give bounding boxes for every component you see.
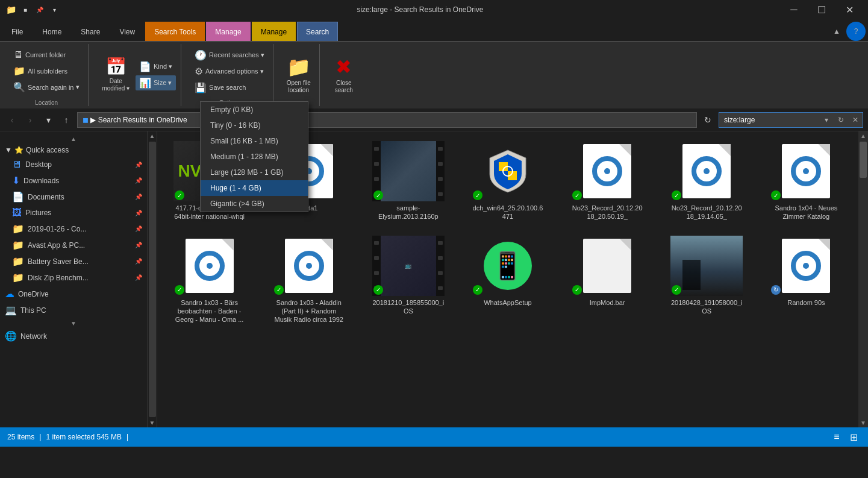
file-item-video-20181210[interactable]: 📺 ✓ 20181210_185855000_iOS bbox=[361, 231, 455, 329]
tab-search-tools[interactable]: Search Tools bbox=[145, 22, 205, 41]
size-label: Size ▾ bbox=[154, 79, 172, 87]
date-modified-btn[interactable]: 📅 Datemodified ▾ bbox=[98, 54, 133, 95]
status-end-sep: | bbox=[126, 433, 128, 441]
minimize-button[interactable]: ─ bbox=[780, 0, 808, 19]
search-refresh-btn[interactable]: ↻ bbox=[834, 113, 848, 127]
open-file-location-btn[interactable]: 📁 Open filelocation bbox=[283, 53, 314, 96]
search-box-container: ▾ ↻ ✕ bbox=[719, 112, 863, 128]
main-scroll-thumb[interactable] bbox=[860, 142, 867, 178]
forward-btn[interactable]: › bbox=[23, 113, 37, 127]
list-view-btn[interactable]: ≡ bbox=[829, 430, 844, 444]
file-item-whatsapp[interactable]: 📱 ✓ WhatsAppSetup bbox=[460, 231, 555, 329]
options-buttons: 🕐 Recent searches ▾ ⚙ Advanced options ▾… bbox=[191, 48, 268, 95]
file-item-photo-20180428[interactable]: ✓ 20180428_191058000_iOS bbox=[660, 231, 754, 329]
save-search-btn[interactable]: 💾 Save search bbox=[191, 80, 268, 95]
sidebar-item-folder2[interactable]: 📁 Avast App & PC... 📌 bbox=[0, 237, 147, 253]
advanced-options-btn[interactable]: ⚙ Advanced options ▾ bbox=[191, 64, 268, 79]
main-scroll-down[interactable]: ▼ bbox=[858, 418, 868, 427]
size-option-empty[interactable]: Empty (0 KB) bbox=[201, 102, 308, 118]
maximize-button[interactable]: ☐ bbox=[808, 0, 835, 19]
sidebar-scrollbar-up[interactable]: ▲ bbox=[148, 131, 157, 140]
file-item-sandro-1x03-aladdin[interactable]: ✓ Sandro 1x03 - Aladdin (Part II) + Rand… bbox=[261, 231, 356, 329]
close-search-btn[interactable]: ✖ Closesearch bbox=[329, 53, 358, 96]
downloads-label: Downloads bbox=[23, 177, 59, 185]
size-option-tiny[interactable]: Tiny (0 - 16 KB) bbox=[201, 118, 308, 133]
up-btn[interactable]: ↑ bbox=[59, 113, 73, 127]
sandro-1x03-aladdin-badge: ✓ bbox=[274, 285, 284, 295]
file-item-no23-2[interactable]: ✓ No23_Record_20.12.2018_19.14.05_ bbox=[660, 136, 754, 226]
refresh-btn[interactable]: ↻ bbox=[701, 113, 715, 127]
help-btn[interactable]: ? bbox=[846, 22, 866, 41]
kind-btn[interactable]: 📄 Kind ▾ bbox=[136, 59, 176, 74]
sandro-1x04-doc bbox=[782, 144, 830, 198]
tab-manage-pink[interactable]: Manage bbox=[206, 22, 250, 41]
ribbon-group-file-location: 📁 Open filelocation bbox=[278, 44, 320, 106]
sidebar-item-onedrive[interactable]: ☁ OneDrive bbox=[0, 286, 147, 302]
sidebar-quick-access-header: ▼ ⭐ Quick access bbox=[0, 143, 147, 157]
size-option-gigantic[interactable]: Gigantic (>4 GB) bbox=[201, 196, 308, 212]
window-title: size:large - Search Results in OneDrive bbox=[64, 5, 776, 14]
all-subfolders-btn[interactable]: 📁 All subfolders bbox=[10, 63, 83, 78]
sidebar-item-pictures[interactable]: 🖼 Pictures 📌 bbox=[0, 205, 147, 221]
file-item-sandro-1x03-bars[interactable]: ✓ Sandro 1x03 - Bärs beobachten - Baden … bbox=[162, 231, 257, 329]
file-item-impmod[interactable]: ✓ ImpMod.bar bbox=[560, 231, 655, 329]
sidebar-item-network[interactable]: 🌐 Network bbox=[0, 328, 147, 344]
sidebar-scrollbar: ▲ ▼ bbox=[148, 131, 157, 427]
grid-view-btn[interactable]: ⊞ bbox=[846, 430, 861, 444]
size-option-huge[interactable]: Huge (1 - 4 GB) bbox=[201, 180, 308, 196]
search-clear-btn[interactable]: ✕ bbox=[848, 113, 863, 127]
tab-share[interactable]: Share bbox=[72, 22, 109, 41]
random90s-doc bbox=[782, 239, 830, 293]
sidebar-scroll-up[interactable]: ▲ bbox=[0, 134, 147, 143]
search-input[interactable] bbox=[719, 116, 819, 124]
back-btn[interactable]: ‹ bbox=[5, 113, 19, 127]
search-again-btn[interactable]: 🔍 Search again in ▾ bbox=[10, 80, 83, 95]
tab-search[interactable]: Search bbox=[297, 22, 338, 41]
file-item-no23-1[interactable]: ✓ No23_Record_20.12.2018_20.50.19_ bbox=[560, 136, 655, 226]
sidebar-item-folder3[interactable]: 📁 Battery Saver Be... 📌 bbox=[0, 253, 147, 269]
sidebar-scrollbar-down[interactable]: ▼ bbox=[148, 418, 157, 427]
photo-20180428-thumb: ✓ bbox=[670, 236, 743, 296]
file-item-random90s[interactable]: ↻ Random 90s bbox=[759, 231, 854, 329]
pictures-icon: 🖼 bbox=[12, 207, 22, 218]
recent-locations-btn[interactable]: ▾ bbox=[41, 113, 55, 127]
sandro-1x03-bars-thumb: ✓ bbox=[173, 236, 246, 296]
pictures-label: Pictures bbox=[25, 209, 51, 217]
location-label: Location bbox=[35, 98, 58, 106]
status-bar: 25 items | 1 item selected 545 MB | ≡ ⊞ bbox=[0, 427, 868, 447]
tab-view[interactable]: View bbox=[110, 22, 144, 41]
sidebar-item-folder4[interactable]: 📁 Disk Zip Benchm... 📌 bbox=[0, 269, 147, 286]
no23-2-thumb: ✓ bbox=[670, 141, 743, 201]
quick-access-chevron[interactable]: ▼ bbox=[5, 146, 12, 154]
tab-file[interactable]: File bbox=[2, 22, 32, 41]
close-button[interactable]: ✕ bbox=[835, 0, 863, 19]
file-item-dch[interactable]: ✓ dch_win64_25.20.100.6471 bbox=[460, 136, 555, 226]
file-item-elysium[interactable]: ✓ sample-Elysium.2013.2160p bbox=[361, 136, 455, 226]
location-group-content: 🖥 Current folder 📁 All subfolders 🔍 Sear… bbox=[10, 44, 83, 98]
main-scroll-up[interactable]: ▲ bbox=[858, 131, 868, 140]
ribbon-collapse-btn[interactable]: ▲ bbox=[829, 22, 844, 41]
size-option-large[interactable]: Large (128 MB - 1 GB) bbox=[201, 165, 308, 180]
size-btn[interactable]: 📊 Size ▾ bbox=[136, 75, 176, 90]
address-bar[interactable]: ◼ ▶ Search Results in OneDrive bbox=[77, 112, 697, 128]
size-option-medium[interactable]: Medium (1 - 128 MB) bbox=[201, 149, 308, 165]
recent-searches-btn[interactable]: 🕐 Recent searches ▾ bbox=[191, 48, 268, 63]
sidebar-item-folder1[interactable]: 📁 2019-01-26 - Co... 📌 bbox=[0, 221, 147, 237]
tab-home[interactable]: Home bbox=[33, 22, 70, 41]
sidebar-scroll-down[interactable]: ▼ bbox=[0, 318, 147, 328]
tab-manage-yellow[interactable]: Manage bbox=[252, 22, 296, 41]
sidebar-item-desktop[interactable]: 🖥 Desktop 📌 bbox=[0, 157, 147, 172]
file-item-sandro-1x04[interactable]: ✓ Sandro 1x04 - Neues Zimmer Katalog bbox=[759, 136, 854, 226]
close-search-group-content: ✖ Closesearch bbox=[329, 44, 358, 105]
search-dropdown-btn[interactable]: ▾ bbox=[819, 113, 834, 127]
current-folder-btn[interactable]: 🖥 Current folder bbox=[10, 48, 83, 62]
sidebar-scrollbar-thumb[interactable] bbox=[149, 142, 156, 417]
ribbon-group-options: 🕐 Recent searches ▾ ⚙ Advanced options ▾… bbox=[186, 44, 273, 106]
sandro-1x03-aladdin-doc bbox=[285, 239, 333, 293]
no23-1-ring bbox=[592, 156, 622, 186]
address-path: Search Results in OneDrive bbox=[98, 116, 187, 124]
sidebar-item-downloads[interactable]: ⬇ Downloads 📌 bbox=[0, 172, 147, 189]
sidebar-item-this-pc[interactable]: 💻 This PC bbox=[0, 302, 147, 318]
sidebar-item-documents[interactable]: 📄 Documents 📌 bbox=[0, 189, 147, 205]
size-option-small[interactable]: Small (16 KB - 1 MB) bbox=[201, 133, 308, 149]
